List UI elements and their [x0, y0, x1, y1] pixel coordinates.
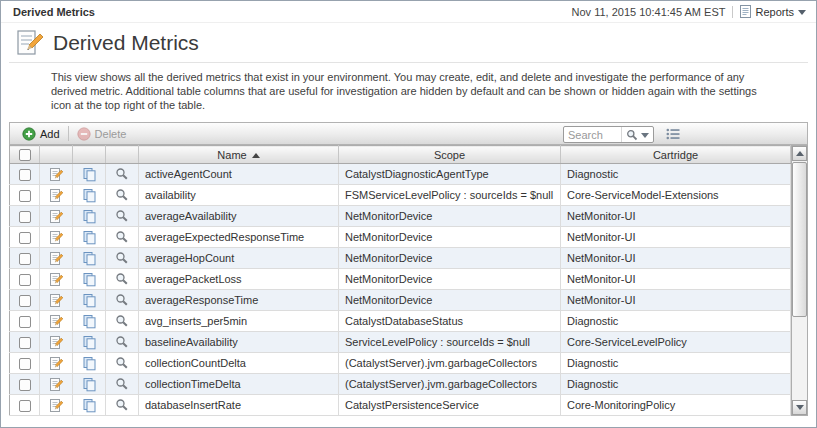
row-name: baselineAvailability [139, 332, 339, 353]
select-all-header [10, 146, 40, 164]
row-name: activeAgentCount [139, 164, 339, 185]
select-all-checkbox[interactable] [19, 149, 31, 161]
search-options-button[interactable] [621, 127, 653, 142]
row-checkbox[interactable] [19, 295, 31, 307]
edit-icon[interactable] [40, 377, 72, 392]
investigate-icon[interactable] [106, 377, 138, 391]
table-row[interactable]: averageResponseTime NetMonitorDevice Net… [10, 290, 791, 311]
edit-icon[interactable] [40, 293, 72, 308]
investigate-icon[interactable] [106, 209, 138, 223]
row-cartridge: NetMonitor-UI [561, 248, 791, 269]
row-name: averageAvailability [139, 206, 339, 227]
row-checkbox[interactable] [19, 190, 31, 202]
copy-icon[interactable] [73, 209, 105, 224]
edit-icon[interactable] [40, 398, 72, 413]
row-checkbox[interactable] [19, 253, 31, 265]
row-checkbox[interactable] [19, 274, 31, 286]
copy-icon[interactable] [73, 377, 105, 392]
delete-button[interactable]: Delete [70, 123, 134, 144]
row-checkbox[interactable] [19, 316, 31, 328]
row-investigate-cell [106, 395, 139, 416]
row-investigate-cell [106, 332, 139, 353]
copy-icon[interactable] [73, 167, 105, 182]
name-column-label: Name [217, 149, 246, 161]
copy-icon[interactable] [73, 356, 105, 371]
copy-icon[interactable] [73, 314, 105, 329]
reports-menu-button[interactable]: Reports [740, 5, 806, 18]
column-header-cartridge[interactable]: Cartridge [561, 146, 791, 164]
row-cartridge: NetMonitor-UI [561, 206, 791, 227]
edit-icon[interactable] [40, 272, 72, 287]
row-checkbox[interactable] [19, 211, 31, 223]
copy-icon[interactable] [73, 272, 105, 287]
table-row[interactable]: averageAvailability NetMonitorDevice Net… [10, 206, 791, 227]
scrollbar-thumb[interactable] [792, 162, 807, 317]
copy-icon[interactable] [73, 251, 105, 266]
table-row[interactable]: databaseInsertRate CatalystPersistenceSe… [10, 395, 791, 416]
row-name: databaseInsertRate [139, 395, 339, 416]
row-checkbox[interactable] [19, 379, 31, 391]
edit-icon[interactable] [40, 230, 72, 245]
table-row[interactable]: avg_inserts_per5min CatalystDatabaseStat… [10, 311, 791, 332]
row-checkbox[interactable] [19, 169, 31, 181]
edit-icon[interactable] [40, 335, 72, 350]
table-row[interactable]: availability FSMServiceLevelPolicy : sou… [10, 185, 791, 206]
investigate-icon[interactable] [106, 314, 138, 328]
copy-icon[interactable] [73, 398, 105, 413]
column-header-name[interactable]: Name [139, 146, 339, 164]
edit-icon[interactable] [40, 356, 72, 371]
row-scope: FSMServiceLevelPolicy : sourceIds = $nul… [339, 185, 561, 206]
table-row[interactable]: averagePacketLoss NetMonitorDevice NetMo… [10, 269, 791, 290]
copy-icon[interactable] [73, 335, 105, 350]
row-checkbox[interactable] [19, 337, 31, 349]
row-copy-cell [73, 248, 106, 269]
scroll-down-button[interactable] [792, 400, 807, 415]
edit-icon[interactable] [40, 167, 72, 182]
table-row[interactable]: activeAgentCount CatalystDiagnosticAgent… [10, 164, 791, 185]
investigate-icon[interactable] [106, 230, 138, 244]
copy-icon[interactable] [73, 188, 105, 203]
investigate-icon[interactable] [106, 293, 138, 307]
row-copy-cell [73, 332, 106, 353]
table-row[interactable]: baselineAvailability ServiceLevelPolicy … [10, 332, 791, 353]
row-select-cell [10, 248, 40, 269]
row-scope: NetMonitorDevice [339, 269, 561, 290]
add-button[interactable]: Add [15, 123, 67, 144]
search-input[interactable] [564, 128, 621, 141]
chevron-down-icon [798, 10, 806, 15]
investigate-icon[interactable] [106, 251, 138, 265]
row-copy-cell [73, 227, 106, 248]
row-checkbox[interactable] [19, 400, 31, 412]
row-copy-cell [73, 311, 106, 332]
investigate-icon[interactable] [106, 356, 138, 370]
vertical-scrollbar[interactable] [791, 145, 808, 416]
table-row[interactable]: collectionCountDelta (CatalystServer).jv… [10, 353, 791, 374]
investigate-icon[interactable] [106, 167, 138, 181]
edit-icon[interactable] [40, 251, 72, 266]
row-edit-cell [40, 311, 73, 332]
row-cartridge: Core-ServiceLevelPolicy [561, 332, 791, 353]
row-checkbox[interactable] [19, 358, 31, 370]
edit-icon[interactable] [40, 188, 72, 203]
row-select-cell [10, 353, 40, 374]
edit-icon[interactable] [40, 314, 72, 329]
scroll-up-button[interactable] [792, 146, 807, 161]
column-header-scope[interactable]: Scope [339, 146, 561, 164]
investigate-icon[interactable] [106, 272, 138, 286]
row-investigate-cell [106, 206, 139, 227]
investigate-icon[interactable] [106, 335, 138, 349]
edit-icon[interactable] [40, 209, 72, 224]
row-scope: ServiceLevelPolicy : sourceIds = $null [339, 332, 561, 353]
row-scope: CatalystDatabaseStatus [339, 311, 561, 332]
row-checkbox[interactable] [19, 232, 31, 244]
copy-icon[interactable] [73, 293, 105, 308]
copy-icon[interactable] [73, 230, 105, 245]
table-row[interactable]: collectionTimeDelta (CatalystServer).jvm… [10, 374, 791, 395]
investigate-icon[interactable] [106, 398, 138, 412]
investigate-icon[interactable] [106, 188, 138, 202]
table-row[interactable]: averageExpectedResponseTime NetMonitorDe… [10, 227, 791, 248]
table-row[interactable]: averageHopCount NetMonitorDevice NetMoni… [10, 248, 791, 269]
row-investigate-cell [106, 227, 139, 248]
table-settings-button[interactable] [666, 128, 680, 140]
row-copy-cell [73, 374, 106, 395]
